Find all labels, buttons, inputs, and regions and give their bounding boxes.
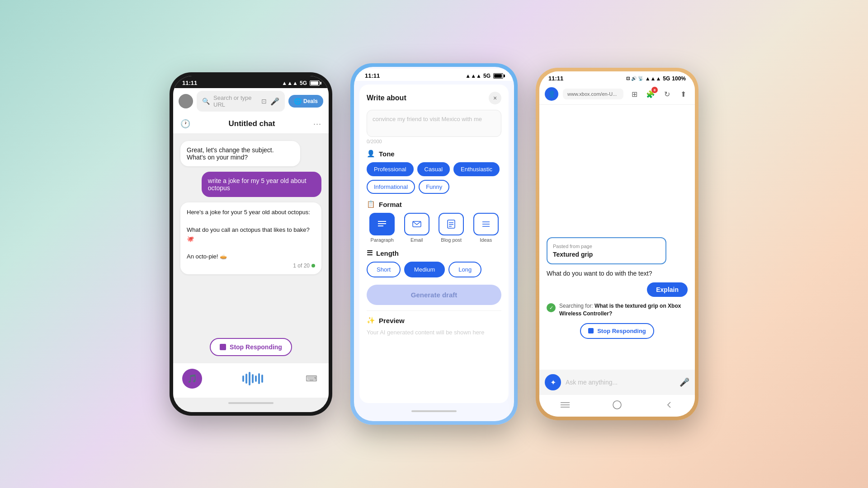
tone-informational[interactable]: Informational [367,180,415,194]
phone1-chat-title: Untitled chat [229,119,275,128]
avatar-icon: 👤 [548,90,556,98]
android-back-arrow[interactable] [663,399,675,411]
chat-left-text-1: Great, let's change the subject. What's … [187,146,274,161]
close-icon: × [493,94,497,102]
stop-label: Stop Responding [230,343,282,351]
svg-rect-0 [378,221,386,222]
tone-funny[interactable]: Funny [419,180,449,194]
phone1-search-bar[interactable]: 🔍 Search or type URL ⊡ 🎤 [197,91,285,112]
stop-icon [220,344,226,350]
blog-icon-box [439,213,464,235]
mic-input-icon[interactable]: 🎤 [679,377,689,387]
phone3-input-area: ✦ Ask me anything... 🎤 [539,370,695,395]
format-paragraph[interactable]: Paragraph [367,213,398,243]
generate-draft-button[interactable]: Generate draft [367,285,501,305]
phone-3-frame: 11:11 ⊡ 🔊 📡 ▲▲▲ 5G 100% 👤 www.xbox.com/e… [536,68,698,420]
mic-icon: 🎤 [270,97,279,106]
extensions-icon[interactable]: 🧩 8 [644,88,657,100]
phone3-status-bar: 11:11 ⊡ 🔊 📡 ▲▲▲ 5G 100% [539,71,695,84]
write-about-panel: Write about × convince my friend to visi… [359,84,509,403]
page-counter-text: 1 of 20 [293,263,310,269]
copilot-button[interactable]: ✦ [545,374,561,390]
chat-bubble-left-1: Great, let's change the subject. What's … [180,141,300,166]
chat-right-text-1: write a joke for my 5 year old about oct… [208,177,307,192]
explain-button[interactable]: Explain [647,282,688,297]
write-about-placeholder: convince my friend to visit Mexico with … [373,116,482,122]
phone1-avatar[interactable] [179,94,193,108]
share-icon-symbol: ⬆ [680,90,686,99]
length-medium[interactable]: Medium [404,262,445,277]
chat-question: What do you want to do with the text? [547,270,652,277]
keyboard-button[interactable]: ⌨ [303,371,320,387]
preview-title: ✨ Preview [367,316,501,324]
ideas-icon-box [473,213,499,235]
write-about-header: Write about × [367,92,501,104]
phone2-network: 5G [483,73,491,79]
deals-label: Deals [303,98,318,104]
home-indicator [228,402,274,404]
format-label: Format [379,201,402,208]
length-tags: Short Medium Long [367,262,501,277]
char-count: 0/2000 [367,139,501,144]
svg-rect-1 [378,223,386,224]
tone-tags: Professional Casual Enthusiastic Informa… [367,162,501,194]
phone1-chat-body: Great, let's change the subject. What's … [173,134,329,331]
scan-icon: ⊡ [261,98,267,105]
length-icon: ☰ [367,249,373,257]
url-bar[interactable]: www.xbox.com/en-U... [563,89,623,99]
ask-input[interactable]: Ask me anything... [566,379,675,386]
deals-button[interactable]: 🌐 Deals [288,95,323,108]
tab-icon[interactable]: ⊞ [628,88,641,100]
tone-label: Tone [379,150,395,158]
wave-bar-6 [258,373,260,384]
length-short[interactable]: Short [367,262,401,277]
phone2-home-area [356,407,512,419]
phone-2-frame: 11:11 ▲▲▲ 5G Write about × [350,63,518,425]
svg-rect-7 [449,226,452,227]
close-button[interactable]: × [489,92,501,104]
phone1-chat-header: 🕐 Untitled chat ··· [173,114,329,134]
online-indicator [311,264,315,267]
toolbar-avatar[interactable]: 👤 [545,87,558,101]
mic-icon-bottom: 🎵 [187,374,197,384]
android-home-circle[interactable] [611,399,623,411]
phone3-toolbar: 👤 www.xbox.com/en-U... ⊞ 🧩 8 [539,84,695,105]
email-icon-box [404,213,429,235]
wave-bar-4 [252,374,254,383]
more-icon[interactable]: ··· [313,119,321,129]
format-section-title: 📋 Format [367,200,501,208]
browser-content [539,105,695,230]
check-icon: ✓ [547,303,556,312]
phone3-icons-left: ⊡ 🔊 📡 [626,76,643,81]
searching-row: ✓ Searching for: What is the textured gr… [547,302,688,318]
searching-text: Searching for: What is the textured grip… [559,302,688,318]
history-icon[interactable]: 🕐 [180,119,190,129]
stop-responding-blue-button[interactable]: Stop Responding [580,323,654,339]
phone2-signal-icon: ▲▲▲ [465,73,481,79]
phone3-status-icons: ⊡ 🔊 📡 ▲▲▲ 5G 100% [626,75,686,82]
format-ideas[interactable]: Ideas [471,213,502,243]
android-back-lines[interactable] [559,399,571,411]
stop-area: Stop Responding [173,331,329,363]
mic-button[interactable]: 🎵 [182,369,202,389]
refresh-icon[interactable]: ↻ [660,88,673,100]
searching-label: Searching for: [559,303,593,309]
phone3-chat: Pasted from page Textured grip What do y… [539,230,695,370]
phone1-home-area [173,398,329,412]
home-indicator-2 [411,410,457,412]
chat-bubble-right-1: write a joke for my 5 year old about oct… [202,172,321,197]
format-email[interactable]: Email [401,213,433,243]
tone-enthusiastic[interactable]: Enthusiastic [453,162,500,176]
tone-professional[interactable]: Professional [367,162,414,176]
format-blog[interactable]: Blog post [436,213,467,243]
stop-responding-button[interactable]: Stop Responding [210,338,292,356]
phone1-bottom-bar: 🎵 ⌨ [173,363,329,398]
share-icon[interactable]: ⬆ [677,88,689,100]
length-long[interactable]: Long [448,262,481,277]
tone-icon: 👤 [367,150,375,158]
write-about-input[interactable]: convince my friend to visit Mexico with … [367,110,501,137]
preview-placeholder-text: Your AI generated content will be shown … [367,329,501,336]
deals-icon: 🌐 [294,98,302,105]
phone1-nav: 🔍 Search or type URL ⊡ 🎤 🌐 Deals [173,88,329,114]
tone-casual[interactable]: Casual [417,162,450,176]
